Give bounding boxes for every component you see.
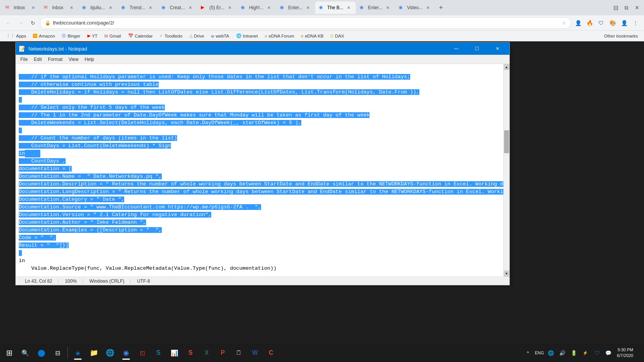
skype-taskbar-button[interactable]: S <box>151 345 166 360</box>
bookmark-edna-kb[interactable]: e eDNA KB <box>298 33 327 39</box>
tab-gmail-2[interactable]: ✉ Inbox ✕ <box>40 2 78 14</box>
tab-close-3[interactable]: ✕ <box>107 5 113 11</box>
menu-format[interactable]: Format <box>45 56 66 63</box>
tab-close-4[interactable]: ✕ <box>148 5 154 11</box>
bookmark-yt[interactable]: ▶ YT <box>84 33 101 39</box>
tab-3[interactable]: ◉ bjuliu... ✕ <box>78 2 117 14</box>
tab-close-7[interactable]: ✕ <box>266 5 272 11</box>
extensions-icon[interactable]: 🔥 <box>584 18 595 28</box>
notepad-taskbar-button[interactable]: 🗒 <box>231 345 246 360</box>
notepad-close-button[interactable]: ✕ <box>489 43 506 55</box>
forward-button[interactable]: → <box>15 18 26 28</box>
taskbar-clock[interactable]: 9:30 PM 6/7/2020 <box>615 347 635 359</box>
bookmark-webta[interactable]: w webTA <box>208 33 232 39</box>
tray-battery-icon[interactable]: 🔋 <box>568 347 579 358</box>
word-taskbar-button[interactable]: W <box>247 345 263 360</box>
tab-close-10[interactable]: ✕ <box>385 5 391 11</box>
tray-message-icon[interactable]: 💬 <box>603 347 614 358</box>
powerpoint-taskbar-button[interactable]: P <box>215 345 230 360</box>
tray-overflow-icon[interactable]: ^ <box>522 347 533 358</box>
tab-5[interactable]: ◉ Creat... ✕ <box>158 2 197 14</box>
bookmark-binger[interactable]: Ⓑ Binger <box>59 32 83 39</box>
scrollbar-thumb[interactable] <box>504 130 509 153</box>
edna-kb-favicon: e <box>301 34 303 38</box>
bitwarden-icon[interactable]: 🛡 <box>596 18 606 28</box>
bookmark-star-icon[interactable]: ☆ <box>562 20 566 26</box>
tab-close-11[interactable]: ✕ <box>425 5 431 11</box>
reload-button[interactable]: ↻ <box>28 18 38 28</box>
notepad-maximize-button[interactable]: ☐ <box>468 43 486 55</box>
tray-volume-icon[interactable]: 🔊 <box>557 347 568 358</box>
tab-8[interactable]: ◉ Enter... ✕ <box>276 2 315 14</box>
tab-11[interactable]: ◉ Video... ✕ <box>395 2 435 14</box>
menu-icon[interactable]: ⋮ <box>630 18 641 28</box>
bookmark-edna-forum[interactable]: e eDNA Forum <box>262 33 297 39</box>
scrollbar-track[interactable] <box>504 70 509 270</box>
tab-gmail-1[interactable]: ✉ Inbox ✕ <box>2 2 40 14</box>
bookmark-other[interactable]: Other bookmarks <box>601 33 641 39</box>
profile-icon[interactable]: 👤 <box>573 18 583 28</box>
task-view-button[interactable]: ⊟ <box>50 345 65 360</box>
bookmark-gmail[interactable]: M Gmail <box>101 33 124 39</box>
bookmark-drive[interactable]: △ Drive <box>186 33 207 39</box>
scroll-up-button[interactable]: ▲ <box>504 64 510 70</box>
notepad-scrollbar[interactable]: ▲ ▼ <box>503 64 509 277</box>
taskbar-separator-1 <box>67 347 68 359</box>
menu-file[interactable]: File <box>17 56 31 63</box>
tab-favicon-11: ◉ <box>399 5 405 11</box>
notepad-icon: 📝 <box>19 46 25 52</box>
cortana-button[interactable]: ⬤ <box>34 345 49 360</box>
tab-close-1[interactable]: ✕ <box>30 5 36 11</box>
restore-browser-icon[interactable]: ⧉ <box>621 2 632 13</box>
notepad-editor[interactable]: // if the optional Holidays parameter is… <box>16 64 503 277</box>
camtasia-taskbar-button[interactable]: C <box>263 345 279 360</box>
bookmark-intranet[interactable]: 🌐 Intranet <box>233 33 261 39</box>
tab-6[interactable]: ▶ (5) Er... ✕ <box>197 2 237 14</box>
tab-close-8[interactable]: ✕ <box>305 5 311 11</box>
world-taskbar-button[interactable]: 🌐 <box>102 345 118 360</box>
scroll-down-button[interactable]: ▼ <box>504 270 510 277</box>
bookmark-toodledo[interactable]: ✓ Toodledo <box>156 33 186 39</box>
edge-taskbar-button[interactable]: ◈ <box>70 345 85 360</box>
amazon-favicon: 🅰 <box>33 34 37 38</box>
excel-taskbar-button[interactable]: X <box>199 345 214 360</box>
tray-shield-icon[interactable]: 🛡 <box>591 347 602 358</box>
taskbar-tray: ^ ENG 🌐 🔊 🔋 ⚡ 🛡 💬 <box>522 347 614 358</box>
new-tab-button[interactable]: + <box>435 2 447 14</box>
excel-chart-button[interactable]: 📊 <box>167 345 182 360</box>
account-icon[interactable]: 👤 <box>619 18 629 28</box>
tab-active[interactable]: ◉ The B... ✕ <box>315 2 356 14</box>
search-taskbar-button[interactable]: 🔍 <box>18 345 33 360</box>
menu-help[interactable]: Help <box>82 56 97 63</box>
chrome-taskbar-button[interactable]: ◉ <box>118 345 134 360</box>
tab-close-6[interactable]: ✕ <box>227 5 233 11</box>
notepad-minimize-button[interactable]: — <box>447 43 465 55</box>
tab-4[interactable]: ◉ Trend... ✕ <box>117 2 158 14</box>
tab-close-9[interactable]: ✕ <box>346 5 352 11</box>
tab-label-3: bjuliu... <box>90 5 105 10</box>
tab-7[interactable]: ◉ High!... ✕ <box>237 2 276 14</box>
explorer-taskbar-button[interactable]: 📁 <box>86 345 102 360</box>
color-icon[interactable]: 🎨 <box>607 18 618 28</box>
tab-close-2[interactable]: ✕ <box>68 5 74 11</box>
bookmark-dax[interactable]: D DAX <box>327 33 347 39</box>
tab-10[interactable]: ◉ Enter... ✕ <box>356 2 395 14</box>
app7-taskbar-button[interactable]: ◰ <box>135 345 150 360</box>
back-button[interactable]: ← <box>3 18 14 28</box>
bookmark-calendar[interactable]: 📅 Calendar <box>125 33 156 39</box>
snagit-taskbar-button[interactable]: S <box>183 345 198 360</box>
minimize-browser-icon[interactable]: ⊟ <box>610 2 621 13</box>
close-browser-icon[interactable]: ✕ <box>632 2 642 13</box>
address-box[interactable]: 🔒 thebiccountant.com/page/2/ ☆ <box>40 17 571 29</box>
tray-network-icon[interactable]: 🌐 <box>545 347 556 358</box>
bookmark-amazon[interactable]: 🅰 Amazon <box>30 33 58 39</box>
bookmark-apps[interactable]: ⋮⋮ Apps <box>3 33 29 39</box>
bookmark-yt-label: YT <box>92 34 98 38</box>
tray-keyboard-icon[interactable]: ENG <box>534 347 545 358</box>
tab-close-5[interactable]: ✕ <box>187 5 193 11</box>
tray-power-icon[interactable]: ⚡ <box>580 347 591 358</box>
menu-view[interactable]: View <box>66 56 82 63</box>
menu-edit[interactable]: Edit <box>31 56 45 63</box>
start-button[interactable]: ⊞ <box>2 345 17 360</box>
bookmark-gmail-label: Gmail <box>110 34 121 38</box>
